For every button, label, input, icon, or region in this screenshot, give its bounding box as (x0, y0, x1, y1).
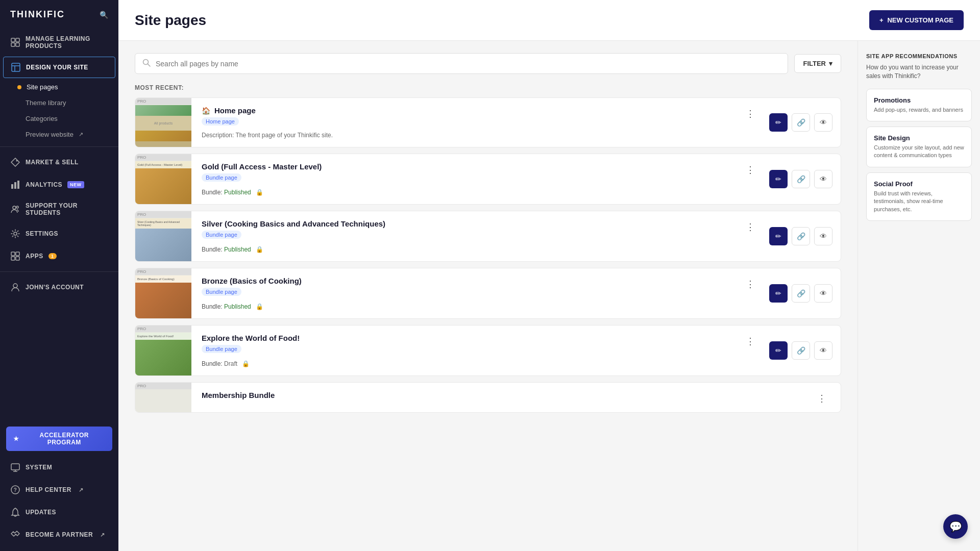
sidebar-item-apps[interactable]: APPS 1 (0, 245, 118, 267)
more-options-button[interactable]: ⋮ (813, 391, 830, 406)
edit-button[interactable]: ✏ (769, 227, 788, 245)
rec-card-social-proof[interactable]: Social Proof Build trust with reviews, t… (866, 172, 972, 221)
lock-icon: 🔒 (256, 303, 263, 310)
search-input[interactable] (156, 60, 780, 68)
page-card-header: 🏠 Home page Home page ⋮ (202, 106, 759, 129)
plus-icon: + (879, 16, 884, 24)
svg-rect-17 (16, 257, 19, 260)
sidebar-item-label: JOHN'S ACCOUNT (26, 284, 84, 291)
sidebar-item-updates[interactable]: Updates (0, 501, 118, 523)
sidebar-item-theme-library[interactable]: Theme library (0, 95, 118, 111)
page-card-header: Silver (Cooking Basics and Advanced Tech… (202, 219, 759, 242)
sidebar-item-analytics[interactable]: ANALYTICS NEW (0, 173, 118, 196)
view-button[interactable]: 👁 (814, 227, 832, 245)
sidebar-item-market-sell[interactable]: MARKET & SELL (0, 151, 118, 173)
more-options-button[interactable]: ⋮ (742, 162, 759, 178)
more-options-button[interactable]: ⋮ (742, 334, 759, 349)
bell-icon (10, 507, 20, 517)
link-button[interactable]: 🔗 (792, 113, 810, 132)
edit-button[interactable]: ✏ (769, 113, 788, 132)
link-button[interactable]: 🔗 (792, 227, 810, 245)
sub-nav-label: Site pages (27, 83, 58, 91)
rec-card-promotions[interactable]: Promotions Add pop-ups, rewards, and ban… (866, 89, 972, 121)
page-thumbnail: PRO Gold (Full Access - Master Level) Bu… (135, 154, 191, 204)
new-custom-page-button[interactable]: + NEW CUSTOM PAGE (869, 10, 964, 30)
page-title: Site pages (135, 12, 206, 29)
page-card-info: Silver (Cooking Basics and Advanced Tech… (191, 211, 769, 261)
page-name: Silver (Cooking Basics and Advanced Tech… (202, 219, 385, 228)
sub-nav-label: Preview website (26, 131, 74, 138)
page-name: Bronze (Basics of Cooking) (202, 277, 302, 285)
page-card-header: Gold (Full Access - Master Level) Bundle… (202, 162, 759, 185)
recommendations-subtitle: How do you want to increase your sales w… (866, 63, 972, 81)
sidebar-item-help-center[interactable]: ? Help center ↗ (0, 479, 118, 501)
page-card: PRO Explore the World of Food! Bundle (E… (135, 325, 841, 376)
user-icon (10, 282, 20, 292)
page-card-info: Membership Bundle ⋮ (191, 383, 841, 412)
page-card-info: Gold (Full Access - Master Level) Bundle… (191, 154, 769, 204)
svg-rect-9 (14, 182, 16, 189)
sidebar-item-label: MANAGE LEARNING PRODUCTS (26, 35, 108, 49)
page-status: Bundle: Published 🔒 (202, 189, 759, 196)
sidebar-item-settings[interactable]: SETTINGS (0, 222, 118, 245)
grid-icon (10, 37, 20, 47)
sidebar-item-label: Updates (26, 509, 56, 516)
filter-button[interactable]: FILTER ▾ (794, 54, 841, 73)
page-card-title-row: Gold (Full Access - Master Level) (202, 162, 322, 171)
edit-button[interactable]: ✏ (769, 341, 788, 360)
page-card-title-section: Bronze (Basics of Cooking) Bundle page (202, 277, 302, 299)
view-button[interactable]: 👁 (814, 284, 832, 303)
view-button[interactable]: 👁 (814, 341, 832, 360)
edit-button[interactable]: ✏ (769, 170, 788, 188)
sidebar-item-preview-website[interactable]: Preview website ↗ (0, 127, 118, 142)
view-button[interactable]: 👁 (814, 113, 832, 132)
sidebar-bottom: ★ ACCELERATOR PROGRAM System ? Help cent… (0, 421, 118, 551)
view-button[interactable]: 👁 (814, 170, 832, 188)
sidebar-item-design-site[interactable]: DESIGN YOUR SITE (3, 57, 115, 78)
sidebar-item-manage-learning[interactable]: MANAGE LEARNING PRODUCTS (0, 29, 118, 56)
accelerator-label: ACCELERATOR PROGRAM (23, 432, 106, 446)
svg-point-12 (16, 206, 18, 208)
rec-card-title: Promotions (874, 96, 964, 104)
rec-card-title: Site Design (874, 134, 964, 142)
brand-logo: THINKIFIC (10, 9, 65, 20)
lock-icon: 🔒 (242, 360, 250, 367)
svg-rect-15 (16, 252, 19, 256)
star-icon: ★ (13, 435, 19, 442)
sidebar-item-support-students[interactable]: SUPPORT YOUR STUDENTS (0, 196, 118, 222)
new-custom-page-label: NEW CUSTOM PAGE (887, 16, 953, 24)
handshake-icon (10, 530, 20, 540)
page-card-title-row: Membership Bundle (202, 391, 275, 399)
chat-button[interactable]: 💬 (943, 514, 968, 539)
page-card-info: 🏠 Home page Home page ⋮ Description: The… (191, 98, 769, 147)
sidebar-item-become-partner[interactable]: BECOME A PARTNER ↗ (0, 523, 118, 546)
status-text: Published (224, 189, 251, 196)
more-options-button[interactable]: ⋮ (742, 106, 759, 121)
search-icon[interactable]: 🔍 (100, 11, 108, 19)
sidebar-item-site-pages[interactable]: Site pages (0, 79, 118, 95)
sub-nav-label: Categories (26, 115, 58, 122)
most-recent-label: MOST RECENT: (135, 84, 841, 91)
svg-rect-14 (11, 252, 15, 256)
page-status: Bundle: Published 🔒 (202, 246, 759, 253)
sidebar-item-system[interactable]: System (0, 456, 118, 479)
search-icon (142, 59, 151, 68)
accelerator-program-button[interactable]: ★ ACCELERATOR PROGRAM (6, 427, 112, 451)
edit-button[interactable]: ✏ (769, 284, 788, 303)
page-card: PRO Gold (Full Access - Master Level) Bu… (135, 154, 841, 205)
link-button[interactable]: 🔗 (792, 170, 810, 188)
design-sub-nav: Site pages Theme library Categories Prev… (0, 79, 118, 142)
sidebar-item-account[interactable]: JOHN'S ACCOUNT (0, 276, 118, 298)
more-options-button[interactable]: ⋮ (742, 219, 759, 235)
sidebar-item-label: BECOME A PARTNER (26, 531, 93, 538)
external-link-icon: ↗ (79, 487, 84, 493)
active-dot (17, 85, 21, 89)
more-options-button[interactable]: ⋮ (742, 277, 759, 292)
rec-card-site-design[interactable]: Site Design Customize your site layout, … (866, 127, 972, 167)
external-link-icon: ↗ (100, 532, 105, 538)
page-header: Site pages + NEW CUSTOM PAGE (118, 0, 980, 41)
apps-icon (10, 251, 20, 261)
sidebar-item-categories[interactable]: Categories (0, 111, 118, 127)
link-button[interactable]: 🔗 (792, 341, 810, 360)
link-button[interactable]: 🔗 (792, 284, 810, 303)
